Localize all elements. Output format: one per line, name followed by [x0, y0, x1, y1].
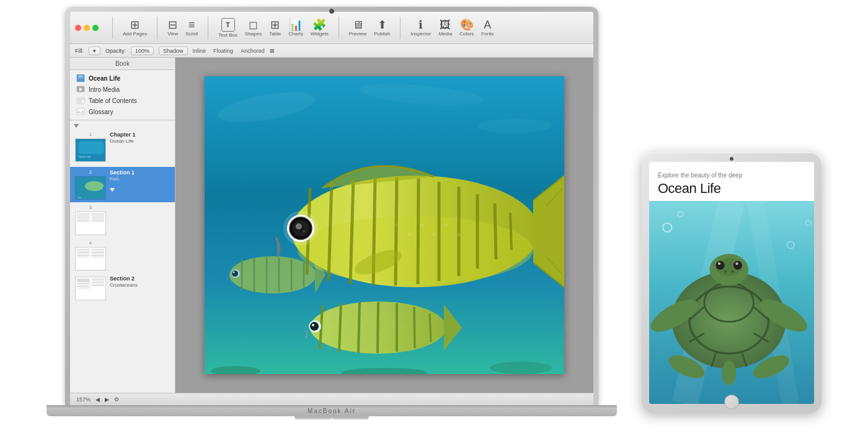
sidebar-item-intro-media[interactable]: Intro Media: [70, 84, 175, 95]
macbook-camera-icon: [329, 9, 334, 14]
svg-point-21: [477, 118, 552, 133]
document-page: [205, 76, 564, 374]
widgets-button[interactable]: 🧩 Widgets: [311, 19, 329, 37]
svg-point-31: [232, 270, 238, 277]
nav-next-icon[interactable]: ▶: [105, 396, 109, 403]
svg-line-70: [414, 307, 415, 348]
intro-media-label: Intro Media: [89, 86, 120, 93]
colors-icon: 🎨: [460, 19, 474, 30]
turtle-svg: [649, 201, 814, 404]
macbook: ⊞ Add Pages ⊟ View ≡ Scroll T: [46, 7, 617, 419]
media-button[interactable]: 🖼 Media: [438, 19, 452, 37]
chapter-1-header[interactable]: [70, 123, 175, 129]
page-1-sublabel: Ocean Life: [110, 138, 136, 144]
fill-dropdown[interactable]: ▾: [89, 47, 100, 55]
widgets-icon: 🧩: [312, 19, 326, 30]
ipad-home-button[interactable]: [724, 395, 739, 409]
svg-point-91: [715, 261, 724, 270]
svg-rect-2: [78, 78, 83, 78]
ipad-content-top: Explore the beauty of the deep Ocean Lif…: [649, 162, 814, 201]
fish-scene-svg: [205, 76, 564, 374]
toolbar-divider-5: [400, 17, 401, 39]
svg-point-58: [395, 223, 399, 227]
inline-label[interactable]: Inline: [193, 48, 206, 54]
publish-button[interactable]: ⬆ Publish: [374, 19, 390, 37]
svg-point-16: [85, 181, 104, 191]
minimize-window-button[interactable]: [84, 25, 90, 31]
page-2-expand-icon: [110, 183, 135, 194]
table-icon: ⊞: [270, 19, 280, 30]
macbook-feet: [245, 416, 418, 419]
book-icon: [76, 74, 85, 82]
section-2-item[interactable]: Section 2 Crustaceans: [70, 273, 175, 303]
colors-button[interactable]: 🎨 Colors: [459, 19, 474, 37]
fonts-button[interactable]: A Fonts: [481, 19, 494, 37]
charts-button[interactable]: 📊 Charts: [288, 19, 303, 37]
sidebar-item-glossary[interactable]: A-Z Glossary: [70, 106, 175, 117]
svg-rect-13: [79, 141, 104, 154]
svg-line-71: [430, 313, 431, 342]
svg-text:Ocean Life: Ocean Life: [79, 155, 91, 158]
svg-point-59: [407, 233, 411, 236]
page-1-item[interactable]: 1 Ocean Life: [70, 129, 175, 164]
page-4-item[interactable]: 4: [70, 238, 175, 273]
document-canvas: [175, 58, 593, 393]
shapes-button[interactable]: ◻ Shapes: [245, 19, 262, 37]
shadow-button[interactable]: Shadow: [159, 47, 188, 55]
svg-text:Fish: Fish: [78, 197, 81, 199]
ipad: Explore the beauty of the deep Ocean Lif…: [642, 153, 822, 413]
sidebar-item-ocean-life[interactable]: Ocean Life: [70, 73, 175, 84]
opacity-input[interactable]: 100%: [131, 47, 154, 55]
inspector-button[interactable]: ℹ Inspector: [410, 19, 431, 37]
colors-label: Colors: [459, 31, 474, 37]
nav-prev-icon[interactable]: ◀: [95, 396, 100, 403]
settings-icon[interactable]: ⚙: [114, 396, 119, 403]
macbook-screen-frame: ⊞ Add Pages ⊟ View ≡ Scroll T: [65, 7, 598, 405]
view-icon: ⊟: [168, 19, 177, 30]
preview-button[interactable]: 🖥 Preview: [349, 19, 366, 37]
add-pages-button[interactable]: ⊞ Add Pages: [123, 19, 147, 37]
svg-point-60: [420, 223, 423, 227]
svg-rect-1: [78, 76, 83, 77]
charts-icon: 📊: [289, 19, 303, 30]
table-button[interactable]: ⊞ Table: [269, 19, 281, 37]
svg-line-39: [396, 177, 397, 285]
fonts-icon: A: [484, 19, 491, 30]
ipad-image-area: [649, 201, 814, 404]
view-label: View: [167, 31, 178, 37]
page-1-label: Chapter 1: [110, 132, 136, 138]
ipad-subtitle: Explore the beauty of the deep: [658, 172, 805, 179]
wrap-options-end: ⊠: [270, 48, 275, 54]
text-box-button[interactable]: T Text Box: [218, 18, 237, 38]
page-3-thumb: [75, 212, 106, 235]
maximize-window-button[interactable]: [92, 25, 99, 31]
ipad-screen: Explore the beauty of the deep Ocean Lif…: [649, 162, 814, 404]
page-2-item[interactable]: 2 Fish: [70, 167, 175, 202]
svg-point-74: [310, 322, 319, 331]
macbook-base: MacBook Air: [46, 405, 617, 416]
anchored-label[interactable]: Anchored: [241, 48, 265, 54]
view-button[interactable]: ⊟ View: [167, 19, 178, 37]
glossary-label: Glossary: [89, 109, 113, 115]
toolbar: ⊞ Add Pages ⊟ View ≡ Scroll T: [70, 12, 593, 44]
scroll-button[interactable]: ≡ Scroll: [185, 19, 198, 37]
svg-rect-9: [78, 102, 82, 103]
svg-point-32: [233, 272, 235, 274]
format-bar: Fill: ▾ Opacity: 100% Shadow Inline Floa…: [70, 44, 593, 58]
svg-point-77: [490, 362, 552, 374]
ipad-camera-icon: [730, 157, 733, 161]
page-3-item[interactable]: 3: [70, 202, 175, 238]
floating-label[interactable]: Floating: [213, 48, 233, 54]
close-window-button[interactable]: [75, 25, 81, 31]
page-1-thumb: Ocean Life: [75, 138, 106, 162]
macbook-foot-left: [294, 416, 332, 419]
publish-label: Publish: [374, 31, 390, 37]
page-2-label: Section 1: [110, 169, 135, 176]
page-2-number: 2: [89, 169, 92, 175]
fish-image: [205, 76, 564, 374]
sidebar-item-toc[interactable]: Table of Contents: [70, 95, 175, 106]
pages-list: 1 Ocean Life: [70, 120, 175, 381]
svg-point-34: [298, 216, 533, 284]
text-box-icon: T: [221, 18, 235, 32]
section-2-thumb: [75, 277, 106, 300]
